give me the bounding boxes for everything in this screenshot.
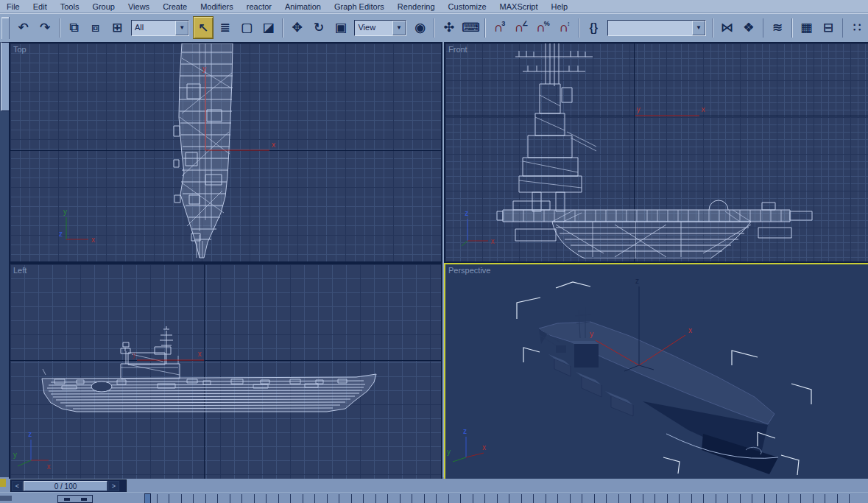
chevron-down-icon[interactable]: ▼ bbox=[692, 21, 705, 35]
previous-frame-button[interactable]: < bbox=[12, 481, 23, 491]
chevron-down-icon[interactable]: ▼ bbox=[175, 21, 188, 35]
select-and-move-button[interactable]: ✥ bbox=[287, 16, 307, 39]
track-tick bbox=[643, 494, 643, 503]
select-by-name-button[interactable]: ≣ bbox=[215, 16, 235, 39]
material-editor-button[interactable]: ∷ bbox=[847, 16, 867, 39]
window-crossing-toggle-button[interactable]: ◪ bbox=[258, 16, 278, 39]
curve-editor-button[interactable]: ▦ bbox=[797, 16, 816, 39]
track-tick bbox=[230, 494, 230, 503]
viewport-label-top[interactable]: Top bbox=[13, 45, 27, 54]
menu-file[interactable]: File bbox=[0, 1, 27, 12]
track-tick bbox=[400, 494, 401, 503]
select-and-rotate-button[interactable]: ↻ bbox=[308, 16, 328, 39]
track-tick bbox=[837, 494, 838, 503]
viewport-left[interactable]: y x z y x Left bbox=[9, 263, 442, 480]
schematic-view-button[interactable]: ⊟ bbox=[818, 16, 838, 39]
track-tick bbox=[241, 494, 242, 503]
named-selection-sets-icon: {} bbox=[590, 21, 598, 34]
rectangular-selection-region-button[interactable]: ▢ bbox=[236, 16, 256, 39]
select-object-icon: ↖ bbox=[198, 21, 208, 34]
select-and-link-icon: ⧉ bbox=[69, 21, 78, 34]
select-and-scale-icon: ▣ bbox=[335, 21, 347, 34]
named-selection-dropdown[interactable]: ▼ bbox=[607, 20, 706, 36]
menu-edit[interactable]: Edit bbox=[27, 1, 54, 12]
svg-text:z: z bbox=[463, 427, 467, 435]
menu-maxscript[interactable]: MAXScript bbox=[493, 1, 545, 12]
time-slider-thumb[interactable]: 0 / 100 bbox=[24, 481, 107, 491]
toolbar-separator bbox=[842, 18, 844, 38]
menu-tools[interactable]: Tools bbox=[54, 1, 86, 12]
next-frame-button[interactable]: > bbox=[108, 481, 119, 491]
select-and-manipulate-button[interactable]: ✣ bbox=[439, 16, 459, 39]
track-tick bbox=[314, 494, 315, 503]
track-tick bbox=[630, 494, 631, 503]
svg-text:z: z bbox=[465, 209, 468, 217]
keyboard-shortcut-override-button[interactable]: ⌨ bbox=[461, 16, 481, 39]
unlink-selection-button[interactable]: ⧈ bbox=[85, 16, 105, 39]
menu-rendering[interactable]: Rendering bbox=[391, 1, 442, 12]
menu-graph-editors[interactable]: Graph Editors bbox=[328, 1, 391, 12]
menu-help[interactable]: Help bbox=[545, 1, 575, 12]
viewport-label-front[interactable]: Front bbox=[448, 45, 467, 54]
track-tick bbox=[363, 494, 364, 503]
use-pivot-point-center-button[interactable]: ◉ bbox=[410, 16, 430, 39]
svg-text:y: y bbox=[63, 208, 67, 216]
rectangular-selection-region-icon: ▢ bbox=[241, 21, 253, 34]
svg-text:z: z bbox=[635, 277, 639, 285]
toolbar-separator bbox=[712, 18, 713, 38]
track-tick bbox=[205, 494, 206, 503]
track-tick bbox=[764, 494, 765, 503]
select-and-scale-button[interactable]: ▣ bbox=[331, 16, 350, 39]
track-tick bbox=[448, 494, 449, 503]
percent-snap-button[interactable]: ∩% bbox=[533, 16, 553, 39]
menu-views[interactable]: Views bbox=[121, 1, 156, 12]
open-mini-curve-editor-button[interactable] bbox=[57, 495, 93, 503]
select-by-name-icon: ≣ bbox=[219, 21, 230, 34]
toolbar-separator bbox=[791, 18, 793, 38]
layer-manager-button[interactable]: ≋ bbox=[767, 16, 787, 39]
viewport-perspective[interactable]: z y x z y x Perspective bbox=[444, 263, 868, 480]
named-selection-sets-button[interactable]: {} bbox=[584, 16, 604, 39]
menu-modifiers[interactable]: Modifiers bbox=[194, 1, 240, 12]
track-tick bbox=[351, 494, 352, 503]
svg-text:x: x bbox=[702, 105, 705, 113]
track-tick bbox=[716, 494, 716, 503]
redo-button[interactable]: ↷ bbox=[35, 16, 54, 39]
undo-button[interactable]: ↶ bbox=[13, 16, 33, 39]
menu-create[interactable]: Create bbox=[156, 1, 194, 12]
track-tick bbox=[217, 494, 218, 503]
angle-snap-button[interactable]: ∩∠ bbox=[511, 16, 531, 39]
mirror-button[interactable]: ⋈ bbox=[717, 16, 737, 39]
viewport-front[interactable]: y x z x Front bbox=[444, 42, 868, 263]
reference-coordinate-system-dropdown[interactable]: View▼ bbox=[354, 20, 406, 36]
spinner-snap-button[interactable]: ∩↕ bbox=[554, 16, 574, 39]
viewport-top[interactable]: y x y x z Top bbox=[9, 42, 442, 263]
use-pivot-point-center-icon: ◉ bbox=[414, 21, 426, 34]
track-bar[interactable] bbox=[0, 492, 868, 503]
current-frame-marker[interactable] bbox=[144, 493, 151, 503]
undo-icon: ↶ bbox=[18, 21, 28, 34]
menu-reactor[interactable]: reactor bbox=[240, 1, 278, 12]
track-tick bbox=[800, 494, 801, 503]
track-tick bbox=[594, 494, 595, 503]
menu-group[interactable]: Group bbox=[85, 1, 121, 12]
time-slider-track[interactable]: < 0 / 100 > bbox=[10, 479, 127, 493]
select-object-button[interactable]: ↖ bbox=[193, 16, 213, 39]
viewport-label-left[interactable]: Left bbox=[13, 266, 27, 275]
chevron-down-icon[interactable]: ▼ bbox=[392, 21, 406, 35]
selection-filter-dropdown[interactable]: All▼ bbox=[131, 20, 189, 36]
menu-animation[interactable]: Animation bbox=[278, 1, 328, 12]
viewport-label-perspective[interactable]: Perspective bbox=[448, 266, 490, 275]
align-button[interactable]: ❖ bbox=[738, 16, 758, 39]
track-tick bbox=[849, 494, 850, 503]
track-tick bbox=[667, 494, 668, 503]
toolbar-dock-handle[interactable] bbox=[1, 17, 10, 39]
select-and-move-icon: ✥ bbox=[292, 21, 303, 34]
bind-to-space-warp-button[interactable]: ⊞ bbox=[107, 16, 127, 39]
select-and-rotate-icon: ↻ bbox=[314, 21, 324, 34]
toolbar-separator bbox=[579, 18, 580, 38]
selection-filter-dropdown-value: All bbox=[132, 21, 175, 35]
menu-customize[interactable]: Customize bbox=[442, 1, 493, 12]
snap-toggle-3d-button[interactable]: ∩3 bbox=[490, 16, 509, 39]
select-and-link-button[interactable]: ⧉ bbox=[64, 16, 84, 39]
